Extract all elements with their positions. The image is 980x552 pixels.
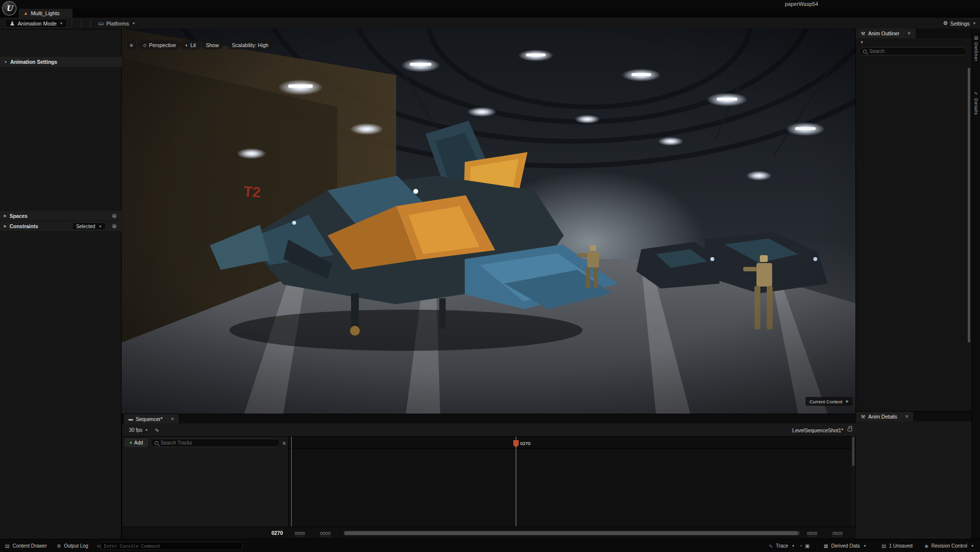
status-icons[interactable]: ◔ ▣ [795,539,814,552]
sequence-breadcrumb[interactable]: LevelSequenceShot1* [792,423,843,437]
unreal-logo-icon[interactable]: U [2,1,17,16]
output-log-icon: ≣ [57,543,61,549]
cube-icon: ◇ [143,43,147,48]
animation-settings-header[interactable]: ▼ Animation Settings [0,57,122,67]
track-filter-icon[interactable]: ≡ [283,440,286,446]
current-context-button[interactable]: Current Context ✛ [805,397,853,406]
details-icon: ✎ [974,91,978,96]
mode-select-label: Animation Mode [18,21,57,26]
output-log-label: Output Log [64,543,88,549]
close-icon[interactable]: ✕ [905,414,909,419]
add-constraint-button[interactable]: ⊕ [112,223,117,230]
trace-dropdown[interactable]: ∿ Trace ▼ [765,539,799,552]
content-drawer-button[interactable]: ▤ Content Drawer [1,539,50,552]
chevron-down-icon: ▼ [792,544,795,548]
timeline-ruler[interactable] [289,437,851,449]
lock-icon[interactable] [848,428,852,431]
unsaved-icon: ▤ [881,543,886,549]
level-icon: ▲ [24,11,28,16]
timeline-vertical-scrollbar[interactable] [852,437,854,466]
playhead-line [516,437,516,526]
anim-outliner-panel: ⚒ Anim Outliner ✕ ▼ ⚒ Anim Details ✕ [855,28,972,539]
transport-controls: 0270 0000 0000 0500 0500 [122,526,856,539]
outliner-search[interactable] [859,47,967,55]
sequencer-timeline[interactable]: 0270 [289,437,851,526]
tab-anim-details[interactable]: ⚒ Anim Details ✕ [856,412,913,421]
timeline-scrollbar-thumb[interactable] [345,531,798,535]
window-title: paperWasp54 [785,1,818,7]
settings-label: Settings [950,21,970,26]
plus-icon: + [129,440,132,446]
control-rig-icon: ⚒ [861,414,865,420]
chevron-down-icon: ▼ [4,60,7,64]
animation-tools [1,32,121,53]
working-range-start-field[interactable]: 0000 [320,530,330,536]
show-dropdown[interactable]: Show [201,40,224,50]
playback-range-start [291,437,292,526]
platforms-label: Platforms [106,21,129,26]
viewport-scene: T2 [122,28,855,414]
fps-value: 30 fps [129,427,142,433]
sidebar-tab-outliner[interactable]: ▤ Outliner [972,35,980,62]
tab-sequencer[interactable]: ▬ Sequencer* ✕ [124,414,178,423]
perspective-dropdown[interactable]: ◇ Perspective [138,40,181,50]
trace-label: Trace [776,543,788,549]
main-toolbar: ♟ Animation Mode ▼ ▭ Platforms ▼ ⚙ Setti… [0,18,980,29]
spaces-section[interactable]: ▶ Spaces ⊕ [0,211,122,221]
close-icon[interactable]: ✕ [171,417,175,421]
unsaved-label: 1 Unsaved [889,543,912,549]
working-range-end-field[interactable]: 0500 [832,530,843,536]
chevron-down-icon[interactable]: ▼ [860,40,864,45]
unsaved-button[interactable]: ▤ 1 Unsaved [878,539,916,552]
view-range-end-field[interactable]: 0500 [807,530,817,536]
view-range-start-field[interactable]: 0000 [295,530,305,536]
chevron-down-icon: ▼ [145,428,148,432]
chevron-down-icon: ▼ [863,544,867,548]
fps-dropdown[interactable]: 30 fps ▼ [126,427,151,433]
revision-control-dropdown[interactable]: ◈ Revision Control ▼ [921,539,978,552]
title-bar: U paperWasp54 [0,0,980,9]
mode-select-dropdown[interactable]: ♟ Animation Mode ▼ [5,19,67,28]
output-log-button[interactable]: ≣ Output Log [53,539,92,552]
chevron-down-icon: ▼ [60,22,63,25]
current-frame-field[interactable]: 0270 [263,530,283,536]
revision-control-icon: ◈ [925,543,929,549]
console-command-input[interactable] [101,542,243,550]
track-search[interactable] [151,439,280,447]
outliner-scrollbar[interactable] [968,68,970,342]
chevron-right-icon: ▶ [4,224,6,228]
level-viewport[interactable]: T2 [122,28,855,414]
add-space-button[interactable]: ⊕ [112,212,117,219]
revision-control-label: Revision Control [931,543,967,549]
chevron-down-icon: ▼ [973,22,976,25]
scalability-button[interactable]: Scalability: High [227,40,274,50]
track-search-input[interactable] [161,440,276,446]
level-tab-label: Multi_Lights [31,10,60,16]
curve-editor-button[interactable]: ∿ [152,425,162,435]
chevron-down-icon: ▼ [971,544,974,548]
level-tab-row: ▲ Multi_Lights [0,9,980,18]
settings-dropdown[interactable]: ⚙ Settings ▼ [943,20,976,26]
constraints-label: Constraints [9,223,38,229]
derived-data-dropdown[interactable]: ▦ Derived Data ▼ [820,539,871,552]
perspective-label: Perspective [149,42,176,48]
level-tab[interactable]: ▲ Multi_Lights [19,9,73,18]
sequencer-icon: ▬ [128,417,133,421]
constraints-section[interactable]: ▶ Constraints Selected ▼ ⊕ [0,221,122,232]
viewport-menu-icon[interactable]: ≡ [126,40,136,50]
close-icon[interactable]: ✕ [907,31,911,36]
constraints-filter-dropdown[interactable]: Selected ▼ [72,222,106,230]
tab-anim-outliner[interactable]: ⚒ Anim Outliner ✕ [856,28,916,38]
add-track-button[interactable]: + Add [125,439,148,447]
status-bar: ▤ Content Drawer ≣ Output Log ▭ Cmd ▼ ∿ … [0,539,980,552]
timeline-scrollbar[interactable] [344,531,800,535]
sidebar-tab-details[interactable]: ✎ Details [972,91,980,115]
animation-mode-panel: ▼ Animation Settings ▶ Spaces ⊕ ▶ Constr… [0,29,122,539]
outliner-search-input[interactable] [869,49,963,54]
control-rig-tree [856,66,968,410]
lit-dropdown[interactable]: ◐ Lit [180,40,201,50]
platforms-dropdown[interactable]: ▭ Platforms ▼ [95,19,138,28]
sphere-icon: ◐ [185,43,188,48]
sequencer-panel: ▬ Sequencer* ✕ 30 fps ▼ ∿ LevelSequenceS… [122,414,855,539]
derived-data-label: Derived Data [831,543,859,549]
